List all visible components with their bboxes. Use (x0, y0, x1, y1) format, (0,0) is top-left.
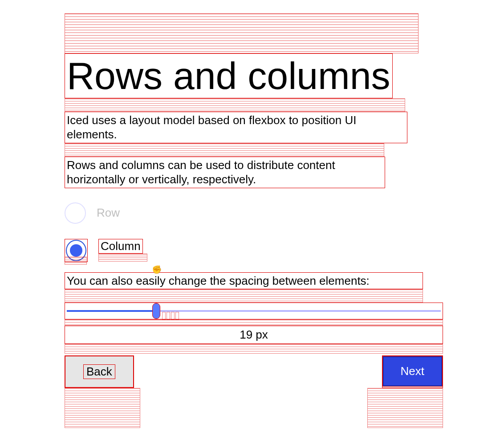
radio-row-option[interactable]: Row (65, 200, 445, 226)
debug-overlay (65, 388, 140, 428)
spacing-label: You can also easily change the spacing b… (65, 273, 423, 289)
spacing-slider[interactable] (65, 303, 443, 319)
slider-handle[interactable] (152, 303, 160, 319)
paragraph-2-box: Rows and columns can be used to distribu… (65, 157, 385, 188)
debug-overlay (65, 344, 443, 354)
tour-page: Rows and columns Iced uses a layout mode… (65, 13, 445, 428)
page-title: Rows and columns (65, 54, 392, 98)
debug-overlay-top (65, 13, 419, 53)
nav-button-row: Back Next (65, 355, 443, 388)
back-button[interactable]: Back (65, 356, 134, 387)
debug-overlay (98, 254, 147, 262)
slider-value-display: 19 px (65, 326, 443, 344)
debug-overlay (65, 143, 384, 157)
debug-overlay (65, 257, 87, 265)
radio-label-column-box: Column (98, 239, 143, 254)
next-button-label: Next (401, 364, 424, 378)
debug-overlay (367, 388, 443, 428)
paragraph-1-box: Iced uses a layout model based on flexbo… (65, 112, 407, 143)
debug-marks (162, 312, 179, 320)
debug-overlay (65, 98, 405, 112)
debug-bottom-row (65, 388, 443, 428)
slider-fill (67, 310, 156, 312)
radio-column-option[interactable]: Column (65, 236, 445, 265)
paragraph-1: Iced uses a layout model based on flexbo… (65, 112, 407, 143)
back-button-label: Back (83, 364, 115, 379)
radio-label-column: Column (101, 239, 141, 253)
radio-label-row: Row (97, 206, 120, 220)
debug-overlay (65, 319, 443, 326)
paragraph-2: Rows and columns can be used to distribu… (65, 157, 385, 188)
title-box: Rows and columns (65, 53, 393, 98)
radio-circle-icon[interactable] (65, 202, 86, 224)
radio-dot-icon (70, 244, 82, 257)
next-button[interactable]: Next (382, 356, 443, 387)
spacing-label-box: ✊ You can also easily change the spacing… (65, 272, 423, 290)
back-button-wrap: Back (65, 355, 134, 388)
debug-overlay (65, 289, 423, 303)
next-button-wrap: Next (382, 355, 443, 388)
